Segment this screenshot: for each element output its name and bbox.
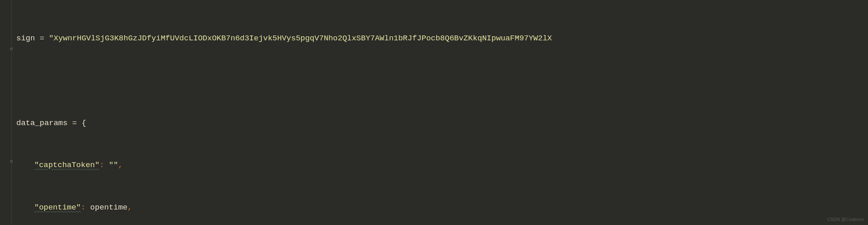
code-line: "opentime": opentime,	[16, 201, 556, 215]
code-editor[interactable]: sign = "XywnrHGVlSjG3K8hGzJDfyiMfUVdcLIO…	[16, 3, 556, 225]
string-literal: "XywnrHGVlSjG3K8hGzJDfyiMfUVdcLIODxOKB7n…	[49, 34, 552, 43]
comma: ,	[127, 203, 132, 212]
dict-key-opentime: "opentime"	[34, 203, 81, 212]
dict-key-captchatoken: "captchaToken"	[34, 161, 100, 170]
variable-sign: sign	[16, 34, 35, 43]
gutter-line	[11, 0, 12, 225]
dict-value-identifier: opentime	[90, 203, 127, 212]
variable-data-params: data_params	[16, 119, 67, 128]
code-line: data_params = {	[16, 116, 556, 130]
assign-op: =	[67, 119, 81, 128]
open-brace: {	[82, 119, 86, 128]
colon: :	[100, 161, 109, 170]
code-line: "captchaToken": "",	[16, 158, 556, 172]
assign-op: =	[35, 34, 49, 43]
watermark: CSDN @Codeooo	[827, 215, 864, 223]
colon: :	[81, 203, 90, 212]
dict-value: ""	[109, 161, 118, 170]
comma: ,	[118, 161, 123, 170]
code-line: sign = "XywnrHGVlSjG3K8hGzJDfyiMfUVdcLIO…	[16, 31, 556, 46]
editor-gutter: ⊟ ⊟	[0, 0, 16, 225]
fold-open-icon[interactable]: ⊟	[9, 46, 14, 51]
code-line-empty	[16, 74, 556, 88]
fold-close-icon[interactable]: ⊟	[9, 159, 14, 164]
